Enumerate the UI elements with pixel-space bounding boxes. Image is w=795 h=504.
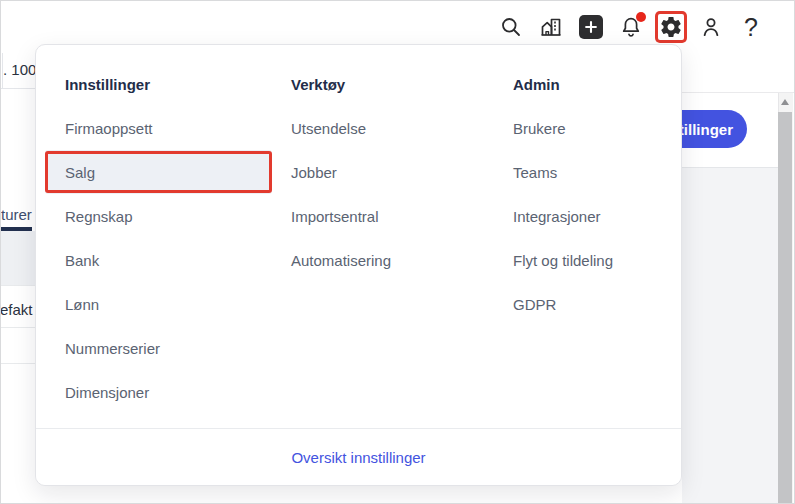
page-background-area	[682, 167, 778, 504]
menu-item-flyt-og-tildeling[interactable]: Flyt og tildeling	[493, 238, 678, 282]
menu-column-admin: AdminBrukereTeamsIntegrasjonerFlyt og ti…	[493, 62, 678, 326]
org-number-fragment: . 100	[3, 61, 36, 78]
menu-item-bank[interactable]: Bank	[45, 238, 272, 282]
menu-column-innstillinger: InnstillingerFirmaoppsettSalgRegnskapBan…	[45, 62, 272, 414]
menu-column-header-admin: Admin	[493, 62, 678, 106]
help-icon[interactable]: ?	[738, 14, 764, 40]
menu-item-nummerserier[interactable]: Nummerserier	[45, 326, 272, 370]
menu-item-teams[interactable]: Teams	[493, 150, 678, 194]
menu-column-header-verktoy: Verktøy	[271, 62, 486, 106]
oversikt-innstillinger-link[interactable]: Oversikt innstillinger	[291, 449, 425, 466]
company-icon[interactable]	[538, 14, 564, 40]
notification-badge	[636, 12, 646, 22]
notifications-icon[interactable]	[618, 14, 644, 40]
menu-item-dimensjoner[interactable]: Dimensjoner	[45, 370, 272, 414]
table-header-band	[0, 231, 36, 285]
add-icon[interactable]	[578, 14, 604, 40]
menu-item-regnskap[interactable]: Regnskap	[45, 194, 272, 238]
settings-icon[interactable]	[658, 14, 684, 40]
left-divider-horizontal	[0, 88, 36, 89]
menu-item-salg[interactable]: Salg	[45, 150, 272, 194]
table-row-divider	[0, 363, 36, 364]
left-divider-vertical	[2, 50, 3, 88]
menu-item-utsendelse[interactable]: Utsendelse	[271, 106, 486, 150]
add-icon-box	[579, 15, 603, 39]
dropdown-footer: Oversikt innstillinger	[36, 428, 681, 485]
menu-item-integrasjoner[interactable]: Integrasjoner	[493, 194, 678, 238]
menu-item-gdpr[interactable]: GDPR	[493, 282, 678, 326]
menu-item-lonn[interactable]: Lønn	[45, 282, 272, 326]
profile-icon[interactable]	[698, 14, 724, 40]
table-row-fragment: efakt	[0, 301, 33, 318]
menu-column-verktoy: VerktøyUtsendelseJobberImportsentralAuto…	[271, 62, 486, 282]
table-row-divider	[0, 285, 36, 286]
tab-fakturer-fragment[interactable]: turer	[1, 206, 32, 223]
help-icon-glyph: ?	[744, 15, 758, 40]
scrollbar-thumb[interactable]	[778, 112, 792, 504]
topbar-icon-group: ?	[498, 14, 764, 40]
menu-item-firmaoppsett[interactable]: Firmaoppsett	[45, 106, 272, 150]
table-row-divider	[0, 327, 36, 328]
menu-column-header-innstillinger: Innstillinger	[45, 62, 272, 106]
menu-item-importsentral[interactable]: Importsentral	[271, 194, 486, 238]
search-icon[interactable]	[498, 14, 524, 40]
settings-dropdown: InnstillingerFirmaoppsettSalgRegnskapBan…	[35, 44, 682, 486]
menu-item-brukere[interactable]: Brukere	[493, 106, 678, 150]
menu-item-jobber[interactable]: Jobber	[271, 150, 486, 194]
scrollbar-up-arrow[interactable]	[781, 99, 789, 105]
menu-item-automatisering[interactable]: Automatisering	[271, 238, 486, 282]
